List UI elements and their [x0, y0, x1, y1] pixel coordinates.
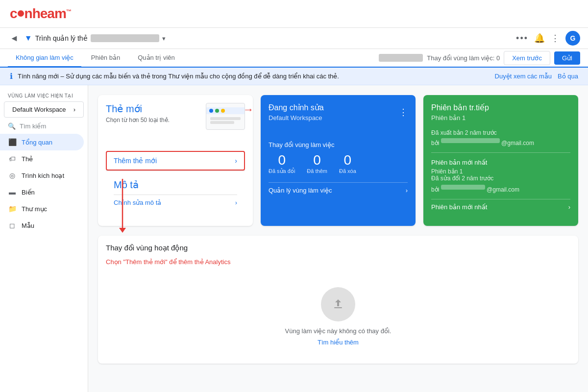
stat-modified: 0 Đã sửa đổi: [269, 152, 295, 174]
latest-by: bởi @gmail.com: [431, 183, 570, 193]
edit-description-label: Chỉnh sửa mô tả: [114, 199, 161, 206]
info-banner-links: Duyệt xem các mẫu Bỏ qua: [495, 73, 578, 80]
vertical-dots-icon[interactable]: ⋮: [551, 33, 560, 44]
sidebar-item-folders[interactable]: 📁 Thư mục: [0, 200, 84, 217]
editing-card-menu-icon[interactable]: ⋮: [399, 107, 408, 118]
version-card-subtitle: Phiên bản 1: [431, 114, 570, 122]
notifications-icon[interactable]: 🔔: [534, 33, 545, 44]
header-title-area: ▼ Trình quản lý thẻ ▾: [24, 34, 512, 43]
activity-title: Thay đổi vùng hoạt động: [106, 244, 570, 252]
dismiss-link[interactable]: Bỏ qua: [558, 73, 578, 80]
activity-empty: Vùng làm việc này không có thay đổi. Tìm…: [106, 277, 570, 356]
card-image-preview: →: [206, 103, 245, 132]
activity-section: Thay đổi vùng hoạt động Chọn "Thêm thẻ m…: [98, 236, 578, 364]
sidebar-item-overview[interactable]: ⬛ Tổng quan: [0, 134, 84, 150]
chevron-down-icon: ▾: [162, 35, 166, 42]
header-title: Trình quản lý thẻ: [35, 34, 88, 42]
tab-admin[interactable]: Quản trị viên: [130, 49, 183, 68]
chevron-right-icon: ›: [235, 157, 237, 165]
search-area[interactable]: 🔍 Tìm kiếm: [0, 119, 88, 134]
submit-button[interactable]: Gửi: [554, 51, 580, 65]
workspace-change-label: Thay đổi vùng làm việc: 0: [427, 54, 500, 62]
editing-card: Đang chỉnh sửa Default Workspace ⋮ Thay …: [261, 95, 416, 226]
logo-bar: cnheam™: [0, 0, 588, 28]
info-banner-text: Tính năng mới – Sử dụng các mẫu biến và …: [18, 73, 339, 80]
tab-versions[interactable]: Phiên bản: [83, 49, 128, 68]
email-blur: [441, 138, 500, 143]
stats-numbers: 0 Đã sửa đổi 0 Đã thêm 0 Đã xóa: [269, 152, 408, 174]
sidebar-item-cards[interactable]: 🏷 Thẻ: [0, 150, 84, 167]
editing-card-info: Đang chỉnh sửa Default Workspace: [269, 103, 324, 122]
stat-added: 0 Đã thêm: [307, 152, 327, 174]
content-area: Thẻ mới Chọn từ hơn 50 loại thẻ.: [88, 85, 588, 392]
editing-card-workspace: Default Workspace: [269, 114, 324, 122]
browse-templates-link[interactable]: Duyệt xem các mẫu: [495, 73, 552, 80]
version-card-detail: Đã xuất bản 2 năm trước bởi @gmail.com: [431, 129, 570, 147]
description-title: Mô tả: [114, 179, 237, 191]
stat-deleted-number: 0: [339, 152, 356, 168]
sidebar-item-label: Mẫu: [22, 222, 34, 229]
manage-workspace-link[interactable]: Quản lý vùng làm việc ›: [269, 182, 408, 198]
published-label: Đã xuất bản 2 năm trước: [431, 129, 570, 136]
chevron-right-icon: ›: [406, 187, 408, 194]
main-layout: VÙNG LÀM VIỆC HIỆN TẠI Default Workspace…: [0, 85, 588, 392]
overview-icon: ⬛: [8, 138, 17, 147]
stat-modified-label: Đã sửa đổi: [269, 168, 295, 174]
more-options-icon[interactable]: •••: [516, 33, 528, 44]
latest-version-title: Phiên bản mới nhất: [431, 159, 570, 166]
sidebar-item-label: Thư mục: [22, 205, 47, 213]
triggers-icon: ◎: [8, 171, 17, 180]
manage-workspace-label: Quản lý vùng làm việc: [269, 187, 332, 194]
workspace-name: Default Workspace: [12, 106, 66, 113]
latest-version-sub: Phiên bản 1: [431, 168, 570, 175]
nav-right: Thay đổi vùng làm việc: 0 Xem trước Gửi: [379, 51, 580, 65]
sidebar-item-triggers[interactable]: ◎ Trình kích hoạt: [0, 167, 84, 184]
editing-card-stats: Thay đổi vùng làm việc 0 Đã sửa đổi 0 Đã…: [269, 141, 408, 174]
editing-card-title: Đang chỉnh sửa: [269, 103, 324, 112]
sidebar-item-variables[interactable]: ▬ Biến: [0, 184, 84, 200]
cards-icon: 🏷: [8, 154, 17, 163]
stat-added-number: 0: [307, 152, 327, 168]
sidebar-item-label: Biến: [22, 189, 35, 196]
edit-description-link[interactable]: Chỉnh sửa mô tả ›: [114, 195, 237, 210]
add-card-button[interactable]: Thêm thẻ mới ›: [106, 151, 245, 171]
latest-email-blur: [441, 185, 485, 190]
cards-row: Thẻ mới Chọn từ hơn 50 loại thẻ.: [98, 95, 578, 226]
info-icon: ℹ: [10, 72, 13, 81]
arrow-icon: →: [243, 103, 253, 116]
empty-state-icon: [321, 287, 355, 321]
empty-state-text: Vùng làm việc này không có thay đổi.: [285, 327, 392, 335]
chevron-right-icon: ›: [568, 203, 570, 211]
tab-workspace[interactable]: Không gian làm việc: [8, 49, 81, 68]
stat-modified-number: 0: [269, 152, 295, 168]
preview-button[interactable]: Xem trước: [504, 51, 550, 65]
variables-icon: ▬: [8, 188, 17, 196]
sidebar-item-label: Trình kích hoạt: [22, 172, 64, 179]
workspace-selector[interactable]: Default Workspace ›: [4, 101, 84, 118]
sidebar-item-label: Tổng quan: [22, 139, 52, 146]
logo: cnheam™: [10, 6, 71, 21]
learn-more-link[interactable]: Tìm hiểu thêm: [318, 339, 359, 346]
header-row: ◄ ▼ Trình quản lý thẻ ▾ ••• 🔔 ⋮ G: [0, 28, 588, 49]
search-placeholder: Tìm kiếm: [20, 122, 46, 130]
chevron-right-icon: ›: [235, 199, 237, 206]
activity-instruction: Chọn "Thêm thẻ mới" để thêm thẻ Analytic…: [106, 258, 570, 266]
stat-added-label: Đã thêm: [307, 168, 327, 174]
svg-rect-0: [334, 307, 342, 308]
nav-tabs: Không gian làm việc Phiên bản Quản trị v…: [0, 49, 588, 68]
version-card-title: Phiên bản tr.tiếp: [431, 103, 570, 112]
latest-version-section: Phiên bản mới nhất Phiên bản 1 Đã sửa đổ…: [431, 152, 570, 193]
stats-title: Thay đổi vùng làm việc: [269, 141, 408, 148]
latest-version-link-label: Phiên bản mới nhất: [431, 203, 487, 211]
add-card-label: Thêm thẻ mới: [114, 157, 157, 165]
sidebar-item-templates[interactable]: ◻ Mẫu: [0, 217, 84, 234]
back-button[interactable]: ◄: [8, 31, 21, 46]
templates-icon: ◻: [8, 221, 17, 230]
new-card: Thẻ mới Chọn từ hơn 50 loại thẻ.: [98, 95, 253, 226]
dropdown-icon[interactable]: ▼: [24, 34, 32, 43]
version-card: Phiên bản tr.tiếp Phiên bản 1 Đã xuất bả…: [423, 95, 578, 226]
latest-version-link[interactable]: Phiên bản mới nhất ›: [431, 199, 570, 215]
editing-card-header: Đang chỉnh sửa Default Workspace ⋮: [269, 103, 408, 122]
avatar[interactable]: G: [565, 31, 580, 46]
stat-deleted: 0 Đã xóa: [339, 152, 356, 174]
